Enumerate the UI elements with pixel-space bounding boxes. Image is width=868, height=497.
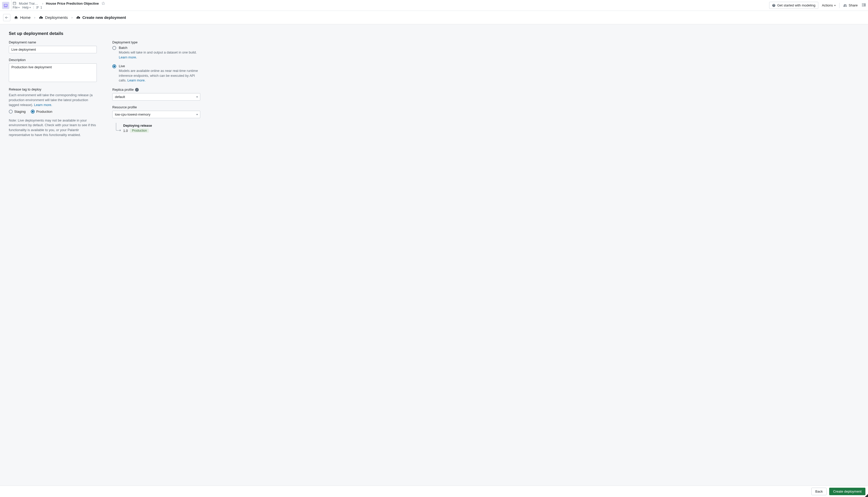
radio-icon (9, 110, 13, 114)
back-button-footer[interactable]: Back (811, 488, 827, 495)
learn-more-link[interactable]: Learn more. (34, 103, 52, 107)
section-title: Set up deployment details (9, 31, 859, 36)
chevron-right-icon: › (42, 2, 43, 5)
release-tag-label: Release tag to deploy (9, 87, 97, 91)
release-version: 1.0 (123, 129, 128, 133)
radio-icon (112, 65, 116, 68)
header-right: Get started with modeling Actions ▾ Shar… (769, 2, 866, 9)
cloud-upload-icon (39, 15, 43, 20)
separator (839, 3, 840, 8)
breadcrumb-bar: Home › Deployments › Create new deployme… (0, 11, 868, 24)
release-tag-help: Each environment will take the correspon… (9, 93, 97, 108)
resource-profile-select[interactable]: low-cpu-lowest-memory ▾ (112, 111, 200, 118)
project-name[interactable]: Model Traini… (19, 2, 40, 5)
people-icon (843, 3, 847, 7)
svg-rect-0 (13, 2, 16, 5)
chevron-right-icon: › (34, 15, 35, 19)
app-logo[interactable] (2, 2, 9, 9)
page-title: House Price Prediction Objective (46, 2, 99, 5)
home-icon (14, 15, 18, 20)
star-icon[interactable] (101, 2, 105, 5)
deployment-name-input[interactable] (9, 46, 97, 53)
project-icon (13, 2, 16, 5)
learn-more-link[interactable]: Learn more. (127, 79, 146, 82)
release-tag-production[interactable]: Production (31, 110, 52, 114)
resize-handle-icon[interactable] (865, 494, 868, 497)
branch-indicator[interactable]: 1 (36, 6, 42, 9)
breadcrumb-home[interactable]: Home (14, 15, 30, 20)
deployment-type-live[interactable]: Live Models are available online as near… (112, 64, 200, 83)
release-tag-staging[interactable]: Staging (9, 110, 26, 114)
right-column: Deployment type Batch Models will take i… (112, 40, 200, 133)
release-tag-badge: Production (130, 128, 149, 133)
radio-icon (31, 110, 35, 114)
caret-down-icon: ▾ (18, 6, 20, 9)
svg-marker-2 (102, 2, 105, 5)
caret-down-icon: ▾ (835, 4, 836, 7)
help-circle-icon (772, 4, 776, 7)
caret-down-icon: ▾ (196, 113, 198, 116)
deployment-name-label: Deployment name (9, 40, 97, 44)
menu-row: File▾ Help▾ 1 (13, 6, 105, 9)
breadcrumb-create: Create new deployment (76, 15, 126, 20)
deploying-release-title: Deploying release (123, 124, 152, 127)
header-left: Model Traini… › House Price Prediction O… (11, 0, 105, 11)
left-column: Deployment name Description Release tag … (9, 40, 97, 142)
info-icon[interactable]: i (135, 88, 139, 91)
actions-dropdown[interactable]: Actions ▾ (822, 3, 836, 7)
main-content: Set up deployment details Deployment nam… (0, 24, 868, 486)
deployment-type-label: Deployment type (112, 40, 200, 44)
replica-profile-label: Replica profile i (112, 88, 200, 91)
description-label: Description (9, 58, 97, 62)
description-textarea[interactable] (9, 63, 97, 82)
panel-toggle-button[interactable] (861, 3, 866, 8)
caret-down-icon: ▾ (29, 6, 31, 9)
footer: Back Create deployment (0, 486, 868, 497)
replica-profile-select[interactable]: default ▾ (112, 93, 200, 101)
branch-arrow-icon (116, 123, 121, 131)
radio-icon (112, 46, 116, 50)
learn-more-link[interactable]: Learn more. (119, 55, 137, 59)
deploying-release: Deploying release 1.0 Production (112, 123, 200, 133)
create-deployment-button[interactable]: Create deployment (829, 488, 865, 495)
help-menu[interactable]: Help▾ (22, 6, 31, 9)
chevron-right-icon: › (71, 15, 72, 19)
back-button[interactable] (3, 14, 10, 21)
get-started-button[interactable]: Get started with modeling (769, 2, 818, 9)
note-text: Note: Live deployments may not be availa… (9, 118, 97, 138)
branch-icon (36, 6, 39, 9)
branch-count: 1 (40, 6, 42, 9)
file-menu[interactable]: File▾ (13, 6, 20, 9)
title-row: Model Traini… › House Price Prediction O… (13, 2, 105, 5)
arrow-left-icon (5, 16, 9, 19)
top-header: Model Traini… › House Price Prediction O… (0, 0, 868, 11)
breadcrumb-deployments[interactable]: Deployments (39, 15, 68, 20)
cloud-upload-icon (76, 15, 80, 20)
resource-profile-label: Resource profile (112, 105, 200, 109)
deployment-type-batch[interactable]: Batch Models will take in and output a d… (112, 46, 200, 60)
share-button[interactable]: Share (843, 3, 858, 7)
caret-down-icon: ▾ (196, 96, 198, 98)
